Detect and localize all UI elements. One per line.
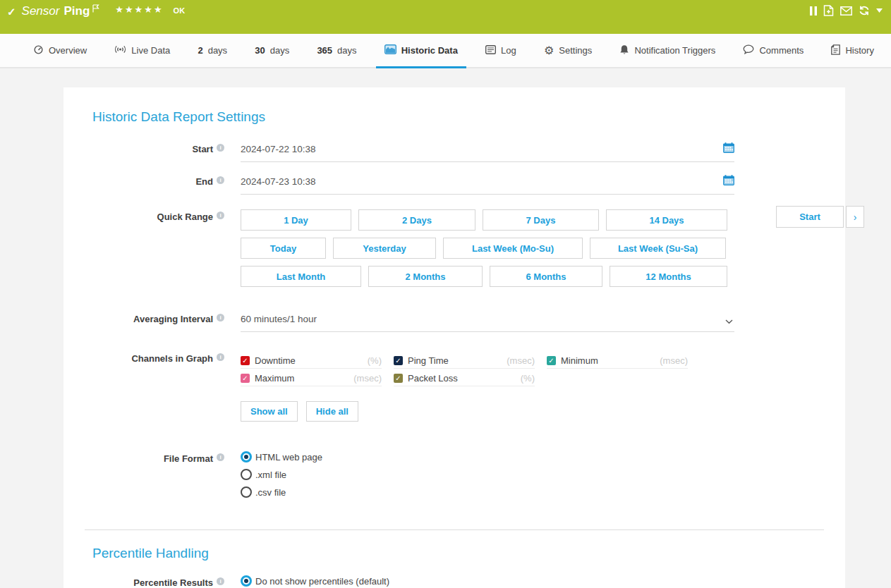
tab-label: days <box>208 45 227 56</box>
section-title-percentile-handling: Percentile Handling <box>63 530 845 561</box>
start-date-value: 2024-07-22 10:38 <box>241 144 316 154</box>
quick-range-last-week-su-sa-button[interactable]: Last Week (Su-Sa) <box>590 238 726 259</box>
tab-label: Comments <box>759 45 804 56</box>
info-icon[interactable]: i <box>217 577 224 585</box>
channel-unit: (msec) <box>353 373 382 384</box>
file-format-label: File Formati <box>63 451 224 464</box>
start-date-input[interactable]: 2024-07-22 10:38 <box>241 142 734 162</box>
radio-selected[interactable] <box>241 451 252 463</box>
bell-icon <box>619 44 629 57</box>
channel-unit: (%) <box>368 355 382 366</box>
info-icon[interactable]: i <box>217 176 224 184</box>
flag-icon[interactable] <box>92 3 99 16</box>
start-report-panel: Start › <box>776 206 864 228</box>
end-label: Endi <box>63 174 224 187</box>
quick-range-2-days-button[interactable]: 2 Days <box>358 209 475 231</box>
end-date-value: 2024-07-23 10:38 <box>241 176 316 187</box>
info-icon[interactable]: i <box>217 453 224 461</box>
settings-card: Historic Data Report Settings Starti 202… <box>63 87 845 588</box>
tab-365-days[interactable]: 365 days <box>315 34 358 67</box>
panel-collapse-chevron-button[interactable]: › <box>846 206 864 228</box>
caret-down-icon[interactable] <box>876 8 883 13</box>
channel-ping-time: ✓ Ping Time (msec) <box>394 356 535 369</box>
channel-checkbox[interactable]: ✓ <box>241 356 250 365</box>
page-content: Historic Data Report Settings Starti 202… <box>0 87 891 588</box>
tab-label: Historic Data <box>401 45 458 56</box>
info-icon[interactable]: i <box>217 212 224 219</box>
list-icon <box>485 45 496 56</box>
tab-label: days <box>337 45 356 56</box>
radio-unselected[interactable] <box>241 469 252 480</box>
quick-range-12-months-button[interactable]: 12 Months <box>610 266 727 287</box>
sensor-name: Ping <box>63 4 90 18</box>
file-format-html-option[interactable]: HTML web page <box>241 451 734 463</box>
info-icon[interactable]: i <box>217 314 224 321</box>
tab-2-days[interactable]: 2 days <box>196 34 229 67</box>
channel-unit: (%) <box>521 373 535 384</box>
quick-range-14-days-button[interactable]: 14 Days <box>606 209 727 231</box>
tab-comments[interactable]: Comments <box>741 34 805 67</box>
priority-stars[interactable]: ★★★★★ <box>115 4 163 15</box>
sensor-status-badge: OK <box>174 6 186 15</box>
quick-range-label: Quick Rangei <box>63 209 224 222</box>
channel-name: Downtime <box>255 355 296 366</box>
channel-name: Minimum <box>561 355 598 366</box>
tab-number: 2 <box>198 45 202 56</box>
refresh-icon[interactable] <box>859 6 870 16</box>
averaging-interval-value: 60 minutes/1 hour <box>241 314 317 324</box>
tab-30-days[interactable]: 30 days <box>253 34 291 67</box>
tab-historic-data[interactable]: Historic Data <box>383 34 459 67</box>
tab-label: Settings <box>559 45 592 56</box>
tab-number: 30 <box>255 45 265 56</box>
info-icon[interactable]: i <box>217 353 224 361</box>
tab-settings[interactable]: ⚙ Settings <box>543 34 593 67</box>
quick-range-yesterday-button[interactable]: Yesterday <box>333 238 436 259</box>
tab-label: Notification Triggers <box>634 45 715 56</box>
chevron-down-icon <box>725 316 733 326</box>
pause-icon[interactable] <box>810 6 817 16</box>
create-report-icon[interactable] <box>823 5 834 16</box>
tab-live-data[interactable]: Live Data <box>113 34 171 67</box>
quick-range-last-month-button[interactable]: Last Month <box>241 266 361 287</box>
email-icon[interactable] <box>840 6 852 16</box>
speech-bubble-icon <box>743 44 754 56</box>
sensor-header: ✓ Sensor Ping ★★★★★ OK <box>0 0 891 34</box>
calendar-icon[interactable] <box>723 175 734 188</box>
file-format-xml-option[interactable]: .xml file <box>241 469 734 480</box>
end-date-input[interactable]: 2024-07-23 10:38 <box>241 174 734 195</box>
channel-checkbox[interactable]: ✓ <box>241 374 250 383</box>
gear-icon: ⚙ <box>544 45 554 56</box>
info-icon[interactable]: i <box>217 144 224 152</box>
averaging-interval-select[interactable]: 60 minutes/1 hour <box>241 312 734 332</box>
channel-checkbox[interactable]: ✓ <box>547 356 556 365</box>
file-format-csv-option[interactable]: .csv file <box>241 486 734 498</box>
quick-range-6-months-button[interactable]: 6 Months <box>490 266 602 287</box>
tab-history[interactable]: History <box>830 34 875 67</box>
radio-label: HTML web page <box>255 452 322 463</box>
sensor-type-label: Sensor <box>22 4 60 18</box>
radio-selected[interactable] <box>241 575 252 587</box>
hide-all-button[interactable]: Hide all <box>306 401 358 422</box>
channel-name: Ping Time <box>408 355 449 366</box>
quick-range-last-week-mo-su-button[interactable]: Last Week (Mo-Su) <box>443 238 583 259</box>
radio-label: .csv file <box>255 487 286 498</box>
tab-log[interactable]: Log <box>484 34 518 67</box>
radio-unselected[interactable] <box>241 486 252 498</box>
tab-notification-triggers[interactable]: Notification Triggers <box>618 34 717 67</box>
quick-range-7-days-button[interactable]: 7 Days <box>483 209 599 231</box>
quick-range-today-button[interactable]: Today <box>241 238 326 259</box>
channel-minimum: ✓ Minimum (msec) <box>547 356 688 369</box>
start-report-button[interactable]: Start <box>776 206 844 228</box>
tab-overview[interactable]: Overview <box>32 34 88 67</box>
quick-range-2-months-button[interactable]: 2 Months <box>368 266 483 287</box>
channels-in-graph-label: Channels in Graphi <box>63 351 224 364</box>
quick-range-1-day-button[interactable]: 1 Day <box>241 209 351 231</box>
averaging-interval-label: Averaging Intervali <box>63 312 224 324</box>
channel-checkbox[interactable]: ✓ <box>394 356 403 365</box>
broadcast-icon <box>114 44 126 56</box>
calendar-icon[interactable] <box>723 142 734 155</box>
sensor-tabbar: Overview Live Data 2 days 30 days 365 da… <box>0 34 891 68</box>
show-all-button[interactable]: Show all <box>241 401 298 422</box>
channel-checkbox[interactable]: ✓ <box>394 374 403 383</box>
percentile-do-not-show-option[interactable]: Do not show percentiles (default) <box>241 575 734 587</box>
